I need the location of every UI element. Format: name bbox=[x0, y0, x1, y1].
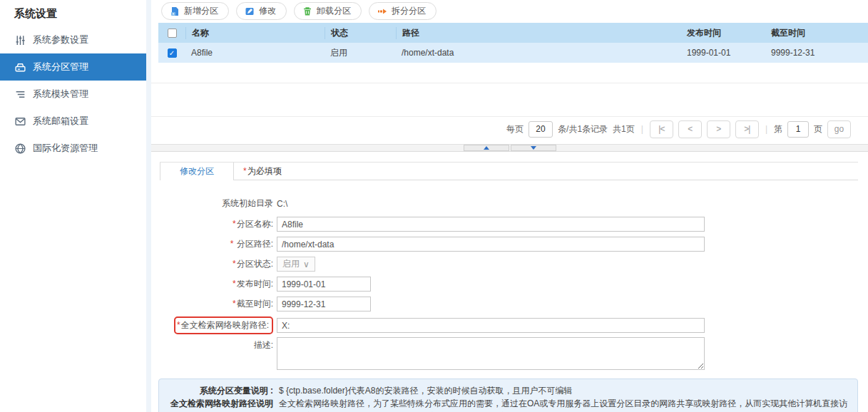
sidebar-item-module-management[interactable]: 系统模块管理 bbox=[0, 81, 146, 108]
partition-path-label: * 分区路径: bbox=[151, 238, 277, 250]
partition-name-label: *分区名称: bbox=[151, 218, 277, 230]
last-page-button[interactable]: >| bbox=[735, 120, 759, 138]
per-page-input[interactable] bbox=[529, 121, 553, 138]
partition-icon bbox=[14, 61, 26, 73]
sidebar-item-mailbox-settings[interactable]: 系统邮箱设置 bbox=[0, 108, 146, 135]
panel-splitter[interactable] bbox=[151, 144, 868, 152]
variable-note-label: 系统分区变量说明 : bbox=[166, 384, 273, 397]
form-row-partition-status: *分区状态: 启用 ∨ bbox=[151, 257, 868, 272]
cell-publish-time: 1999-01-01 bbox=[681, 48, 765, 58]
select-all-checkbox[interactable] bbox=[168, 29, 177, 38]
partition-path-input[interactable] bbox=[277, 237, 705, 252]
split-partition-button[interactable]: 拆分分区 bbox=[369, 2, 436, 20]
cell-path: /home/xt-data bbox=[396, 48, 681, 58]
publish-time-input[interactable] bbox=[277, 277, 371, 292]
fulltext-note-text: 全文检索网络映射路径，为了某些特殊分布式应用的需要，通过在OA或专用服务器上设置… bbox=[273, 397, 850, 412]
pagination: 每页 条/共1条记录 共1页 | |< < > >| | 第 页 go bbox=[506, 119, 851, 139]
end-time-input[interactable] bbox=[277, 297, 371, 311]
sidebar-item-i18n-resources[interactable]: 国际化资源管理 bbox=[0, 135, 146, 162]
sidebar-item-label: 系统模块管理 bbox=[33, 88, 88, 101]
row-checkbox[interactable]: ✓ bbox=[168, 48, 177, 58]
first-page-button[interactable]: |< bbox=[650, 120, 673, 138]
globe-icon bbox=[14, 143, 26, 155]
collapse-up-button[interactable] bbox=[464, 145, 509, 151]
description-label: 描述: bbox=[151, 337, 277, 351]
red-annotation-box: *全文检索网络映射路径: bbox=[174, 316, 273, 334]
modify-button[interactable]: 修改 bbox=[236, 2, 287, 20]
form-row-end-time: *截至时间: bbox=[151, 297, 868, 311]
sidebar: 系统设置 系统参数设置 系统分区管理 系统模块管理 系统邮箱设置 bbox=[0, 0, 146, 412]
description-textarea[interactable] bbox=[277, 337, 705, 370]
modify-label: 修改 bbox=[259, 5, 276, 17]
info-row-fulltext: 全文检索网络映射路径说明 : 全文检索网络映射路径，为了某些特殊分布式应用的需要… bbox=[166, 397, 850, 412]
required-star: * bbox=[243, 166, 247, 176]
initial-dir-value: C:\ bbox=[277, 199, 287, 209]
sidebar-main-divider bbox=[146, 0, 151, 412]
publish-time-label: *发布时间: bbox=[151, 278, 277, 290]
sidebar-title: 系统设置 bbox=[0, 0, 146, 26]
page-prefix: 第 bbox=[774, 123, 782, 135]
edit-icon bbox=[245, 6, 255, 16]
partition-name-input[interactable] bbox=[277, 217, 705, 232]
header-checkbox-cell bbox=[158, 29, 185, 38]
initial-dir-label: 系统初始目录 bbox=[151, 197, 277, 210]
page-suffix: 页 bbox=[814, 123, 822, 135]
add-partition-label: 新增分区 bbox=[184, 5, 218, 17]
sidebar-item-label: 系统邮箱设置 bbox=[33, 115, 88, 128]
fulltext-note-label: 全文检索网络映射路径说明 : bbox=[166, 397, 273, 412]
partition-form: 系统初始目录 C:\ *分区名称: * 分区路径: *分区状态: 启用 ∨ bbox=[151, 197, 868, 370]
form-row-partition-name: *分区名称: bbox=[151, 217, 868, 232]
tab-strip: 修改分区 *为必填项 bbox=[160, 162, 858, 180]
mail-icon bbox=[14, 115, 26, 128]
page-number-input[interactable] bbox=[787, 121, 809, 138]
prev-page-button[interactable]: < bbox=[678, 120, 702, 138]
form-row-initial-dir: 系统初始目录 C:\ bbox=[151, 197, 868, 210]
cell-end-time: 9999-12-31 bbox=[765, 48, 868, 58]
triangle-down-icon bbox=[531, 146, 536, 150]
header-path: 路径 bbox=[396, 27, 681, 39]
go-button[interactable]: go bbox=[827, 120, 851, 138]
form-row-partition-path: * 分区路径: bbox=[151, 237, 868, 252]
fulltext-path-label: *全文检索网络映射路径: bbox=[151, 316, 277, 334]
split-arrow-icon bbox=[377, 6, 387, 16]
end-time-label: *截至时间: bbox=[151, 298, 277, 310]
triangle-up-icon bbox=[484, 146, 489, 150]
cell-status: 启用 bbox=[325, 47, 396, 59]
form-row-description: 描述: bbox=[151, 337, 868, 370]
sidebar-item-system-params[interactable]: 系统参数设置 bbox=[0, 26, 146, 53]
fulltext-path-input[interactable] bbox=[277, 318, 705, 333]
sidebar-item-label: 国际化资源管理 bbox=[33, 142, 98, 155]
row-checkbox-cell: ✓ bbox=[158, 48, 185, 58]
next-page-button[interactable]: > bbox=[707, 120, 730, 138]
tab-modify-partition[interactable]: 修改分区 bbox=[160, 163, 234, 180]
info-box: 系统分区变量说明 : $ {ctp.base.folder}代表A8的安装路径，… bbox=[158, 378, 858, 412]
split-partition-label: 拆分分区 bbox=[392, 5, 426, 17]
partition-status-label: *分区状态: bbox=[151, 258, 277, 270]
header-status: 状态 bbox=[325, 27, 396, 39]
header-name: 名称 bbox=[185, 27, 325, 39]
sidebar-item-label: 系统参数设置 bbox=[33, 34, 88, 46]
form-row-publish-time: *发布时间: bbox=[151, 277, 868, 292]
trash-icon bbox=[302, 6, 312, 16]
header-publish-time: 发布时间 bbox=[681, 27, 765, 39]
toolbar: 新增分区 修改 卸载分区 拆分分区 bbox=[161, 2, 436, 20]
table-row[interactable]: ✓ A8file 启用 /home/xt-data 1999-01-01 999… bbox=[158, 43, 868, 63]
pagination-separator: | bbox=[764, 124, 769, 134]
unload-partition-button[interactable]: 卸载分区 bbox=[294, 2, 362, 20]
partition-status-value: 启用 bbox=[282, 258, 300, 270]
edit-panel: 修改分区 *为必填项 系统初始目录 C:\ *分区名称: * 分区路径: * bbox=[151, 153, 868, 412]
add-partition-button[interactable]: 新增分区 bbox=[161, 2, 229, 20]
per-page-suffix: 条/共1条记录 bbox=[558, 123, 608, 135]
pagination-top-divider bbox=[151, 116, 868, 117]
info-row-variable: 系统分区变量说明 : $ {ctp.base.folder}代表A8的安装路径，… bbox=[166, 384, 850, 397]
required-note: *为必填项 bbox=[234, 163, 282, 180]
app-window: 系统设置 系统参数设置 系统分区管理 系统模块管理 系统邮箱设置 bbox=[0, 0, 868, 412]
unload-partition-label: 卸载分区 bbox=[317, 5, 351, 17]
cell-name: A8file bbox=[185, 48, 325, 58]
per-page-prefix: 每页 bbox=[506, 123, 524, 135]
variable-note-text: $ {ctp.base.folder}代表A8的安装路径，安装的时候自动获取，且… bbox=[273, 384, 850, 397]
partition-status-select[interactable]: 启用 ∨ bbox=[277, 257, 315, 272]
sidebar-item-partition-management[interactable]: 系统分区管理 bbox=[0, 53, 146, 81]
collapse-down-button[interactable] bbox=[511, 145, 556, 151]
sidebar-item-label: 系统分区管理 bbox=[33, 61, 88, 73]
